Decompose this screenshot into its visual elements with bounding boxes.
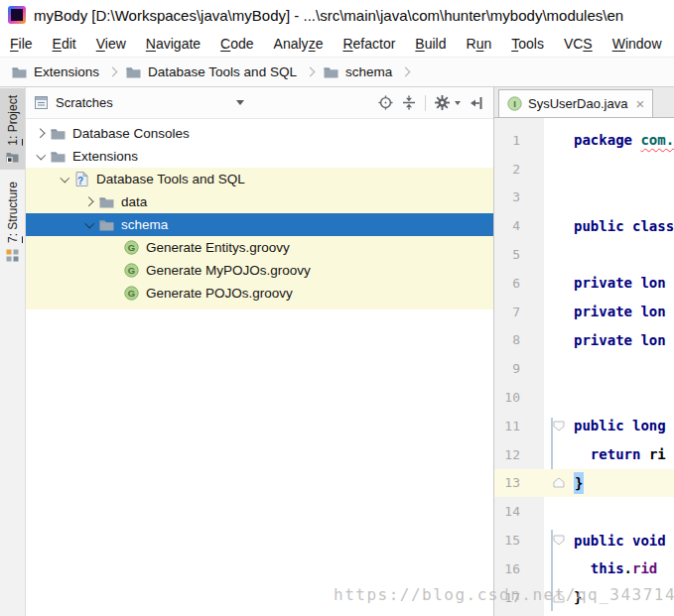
svg-text:G: G — [127, 242, 134, 253]
editor-area: I SysUserDao.java × 1package com.s 2 3 4… — [494, 87, 674, 616]
main-area: 1: Project 7: Structure Scratches — [0, 87, 674, 616]
tab-sysuserdao-java[interactable]: I SysUserDao.java × — [498, 89, 653, 117]
interface-icon: I — [507, 96, 522, 111]
tree-item-generate-pojos-groovy[interactable]: G Generate POJOs.groovy — [26, 282, 493, 305]
tool-button-structure[interactable]: 7: Structure — [0, 175, 25, 269]
chevron-right-icon[interactable] — [81, 194, 97, 210]
tree-indent-spacer — [106, 286, 122, 302]
tree-item-generate-mypojos-groovy[interactable]: G Generate MyPOJOs.groovy — [26, 259, 493, 282]
menu-tools[interactable]: Tools — [501, 36, 554, 52]
tree-item-label: Generate MyPOJOs.groovy — [146, 263, 311, 278]
code-line: 3 — [494, 184, 674, 212]
code-line: 6private lon — [494, 269, 674, 298]
chevron-down-icon[interactable] — [33, 149, 49, 165]
tree-indent-spacer — [106, 263, 122, 279]
svg-text:?: ? — [77, 176, 83, 186]
highlight-tail — [26, 305, 493, 309]
tree-indent-spacer — [106, 240, 122, 256]
code-line: 14 — [494, 497, 674, 526]
tab-title: SysUserDao.java — [528, 96, 627, 111]
collapse-all-icon[interactable] — [402, 95, 416, 110]
code-line: 2 — [494, 155, 674, 184]
fold-start-icon[interactable] — [553, 535, 565, 546]
project-tool-icon — [6, 152, 19, 163]
breadcrumb-extensions[interactable]: Extensions — [12, 64, 99, 79]
title-bar: myBody [D:\Workspaces\java\myBody] - ...… — [0, 0, 674, 30]
code-line: 4public class — [494, 211, 674, 240]
groovy-file-icon: G — [122, 240, 140, 255]
locate-file-icon[interactable] — [378, 95, 393, 110]
breadcrumb-database-tools-and-sql[interactable]: Database Tools and SQL — [126, 64, 297, 79]
chevron-down-icon[interactable] — [81, 217, 97, 233]
gear-dropdown-caret-icon[interactable] — [455, 101, 461, 108]
unknown-file-icon: ? — [72, 172, 90, 186]
code-line: 10 — [494, 383, 674, 412]
scratches-view-icon — [34, 95, 49, 110]
menu-build[interactable]: Build — [405, 36, 456, 52]
menu-edit[interactable]: Edit — [43, 36, 86, 52]
folder-icon — [126, 66, 141, 78]
editor-tab-bar: I SysUserDao.java × — [494, 87, 674, 118]
project-panel-header: Scratches — [26, 87, 493, 119]
view-selector-label[interactable]: Scratches — [56, 95, 113, 110]
chevron-right-icon — [401, 67, 411, 77]
code-line: 9 — [494, 354, 674, 383]
folder-icon — [49, 151, 67, 163]
tree-item-label: Database Tools and SQL — [96, 172, 245, 186]
menu-refactor[interactable]: Refactor — [333, 36, 405, 52]
menu-analyze[interactable]: Analyze — [264, 36, 334, 52]
tool-window-stripe: 1: Project 7: Structure — [0, 87, 26, 616]
tree-item-database-consoles[interactable]: Database Consoles — [26, 122, 493, 145]
intellij-idea-logo-icon — [8, 6, 26, 24]
code-line: 15public void — [494, 526, 674, 554]
code-line: 16 this.rid — [494, 554, 674, 583]
code-line: 8private lon — [494, 326, 674, 355]
fold-end-icon[interactable] — [553, 477, 565, 488]
code-line: 1package com.s — [494, 126, 674, 155]
menu-window[interactable]: Window — [603, 36, 672, 52]
project-tree: Database Consoles Extensions ? Database … — [26, 119, 493, 616]
tree-item-generate-entitys-groovy[interactable]: G Generate Entitys.groovy — [26, 236, 493, 259]
chevron-right-icon[interactable] — [33, 126, 49, 142]
tree-item-label: Generate Entitys.groovy — [146, 240, 290, 255]
dropdown-caret-icon[interactable] — [236, 100, 244, 109]
folder-icon — [12, 66, 27, 78]
hide-panel-icon[interactable] — [470, 96, 483, 110]
svg-text:G: G — [127, 265, 134, 276]
menu-bar: File Edit View Navigate Code Analyze Ref… — [0, 30, 674, 57]
tree-item-extensions[interactable]: Extensions — [26, 145, 493, 168]
close-icon[interactable]: × — [635, 96, 644, 111]
menu-file[interactable]: File — [0, 36, 43, 52]
svg-text:I: I — [513, 98, 516, 109]
tree-item-schema-selected[interactable]: schema — [26, 213, 493, 236]
toolbar-separator — [425, 95, 426, 111]
tree-item-label: Extensions — [72, 149, 138, 164]
tree-item-label: data — [121, 194, 147, 209]
folder-icon — [97, 219, 115, 231]
code-line-current: 13} — [494, 469, 674, 498]
tree-item-database-tools-and-sql[interactable]: ? Database Tools and SQL — [26, 168, 493, 190]
tree-item-label: Database Consoles — [72, 126, 190, 141]
gear-icon[interactable] — [435, 95, 450, 110]
breadcrumb: Extensions Database Tools and SQL schema — [0, 57, 674, 87]
code-line: 11public long — [494, 412, 674, 440]
tool-button-project[interactable]: 1: Project — [0, 88, 25, 170]
menu-vcs[interactable]: VCS — [554, 36, 603, 52]
chevron-down-icon[interactable] — [57, 172, 72, 187]
panel-toolbar — [378, 87, 483, 118]
breadcrumb-schema[interactable]: schema — [324, 64, 392, 79]
code-line: 7private lon — [494, 298, 674, 326]
code-editor[interactable]: 1package com.s 2 3 4public class 5 6priv… — [494, 118, 674, 616]
menu-view[interactable]: View — [86, 36, 136, 52]
fold-end-icon[interactable] — [553, 592, 565, 603]
menu-code[interactable]: Code — [210, 36, 263, 52]
groovy-file-icon: G — [122, 286, 140, 301]
menu-run[interactable]: Run — [457, 36, 502, 52]
tree-item-data[interactable]: data — [26, 190, 493, 213]
fold-start-icon[interactable] — [553, 421, 565, 431]
folder-icon — [49, 128, 67, 140]
code-line: 12 return ri — [494, 440, 674, 469]
tree-item-label: Generate POJOs.groovy — [146, 286, 293, 301]
menu-navigate[interactable]: Navigate — [136, 36, 210, 52]
code-line: 17} — [494, 583, 674, 612]
